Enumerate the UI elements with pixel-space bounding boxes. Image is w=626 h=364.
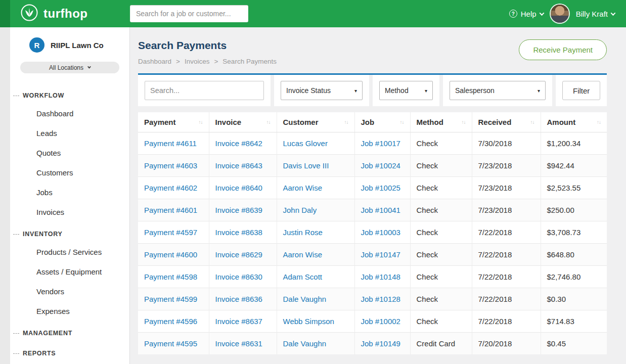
job-link[interactable]: Job #10002	[354, 310, 410, 333]
invoice-link[interactable]: Invoice #8636	[209, 288, 277, 310]
col-received[interactable]: Received↑↓	[472, 112, 541, 132]
invoice-link[interactable]: Invoice #8631	[209, 333, 277, 355]
job-link[interactable]: Job #10025	[354, 177, 410, 199]
invoice-link[interactable]: Invoice #8637	[209, 310, 277, 333]
customer-link[interactable]: Aaron Wise	[277, 177, 354, 199]
method-value: Method	[385, 86, 409, 95]
sidebar-item-products-services[interactable]: Products / Services	[10, 242, 129, 262]
payment-link[interactable]: Payment #4600	[138, 244, 209, 266]
sidebar-item-jobs[interactable]: Jobs	[10, 183, 129, 202]
customer-link[interactable]: Adam Scott	[277, 266, 354, 288]
received-cell: 7/23/2018	[472, 155, 541, 177]
payment-link[interactable]: Payment #4611	[138, 132, 209, 155]
global-search	[130, 5, 248, 22]
salesperson-value: Salesperson	[455, 86, 495, 95]
dash-icon	[13, 234, 19, 235]
payment-link[interactable]: Payment #4603	[138, 155, 209, 177]
job-link[interactable]: Job #10024	[354, 155, 410, 177]
payment-link[interactable]: Payment #4598	[138, 266, 209, 288]
col-invoice[interactable]: Invoice↑↓	[209, 112, 277, 132]
sidebar-item-customers[interactable]: Customers	[10, 163, 129, 183]
receive-payment-button[interactable]: Receive Payment	[519, 39, 607, 60]
sidebar-item-dashboard[interactable]: Dashboard	[10, 104, 129, 123]
method-select[interactable]: Method ▾	[379, 81, 433, 100]
customer-link[interactable]: John Daly	[277, 199, 354, 221]
job-link[interactable]: Job #10148	[354, 266, 410, 288]
section-label: REPORTS	[23, 350, 56, 357]
sidebar-item-assets-equipment[interactable]: Assets / Equipment	[10, 262, 129, 282]
sidebar-item-expenses[interactable]: Expenses	[10, 301, 129, 321]
amount-cell: $3,708.73	[541, 221, 607, 244]
customer-link[interactable]: Webb Simpson	[277, 310, 354, 333]
customer-link[interactable]: Dale Vaughn	[277, 333, 354, 355]
table-row: Payment #4602 Invoice #8640 Aaron Wise J…	[138, 177, 607, 199]
col-amount[interactable]: Amount↑↓	[541, 112, 607, 132]
invoice-link[interactable]: Invoice #8630	[209, 266, 277, 288]
sidebar-item-vendors[interactable]: Vendors	[10, 282, 129, 301]
user-avatar[interactable]	[551, 5, 569, 23]
col-job[interactable]: Job↑↓	[354, 112, 410, 132]
locations-selector[interactable]: All Locations	[20, 62, 119, 73]
invoice-link[interactable]: Invoice #8640	[209, 177, 277, 199]
table-header-row: Payment↑↓ Invoice↑↓ Customer↑↓ Job↑↓ Met…	[138, 112, 607, 132]
table-row: Payment #4600 Invoice #8629 Aaron Wise J…	[138, 244, 607, 266]
dash-icon	[13, 333, 19, 334]
job-link[interactable]: Job #10128	[354, 288, 410, 310]
filter-button[interactable]: Filter	[562, 81, 600, 100]
brand[interactable]: turfhop	[10, 4, 130, 24]
payment-link[interactable]: Payment #4602	[138, 177, 209, 199]
col-method[interactable]: Method↑↓	[410, 112, 472, 132]
payment-link[interactable]: Payment #4599	[138, 288, 209, 310]
amount-cell: $0.30	[541, 288, 607, 310]
job-link[interactable]: Job #10017	[354, 132, 410, 155]
breadcrumb-invoices[interactable]: Invoices	[185, 58, 210, 65]
brand-name: turfhop	[43, 7, 87, 21]
salesperson-select[interactable]: Salesperson ▾	[450, 81, 546, 100]
user-menu[interactable]: Billy Kraft	[576, 10, 615, 18]
dropdown-arrow-icon: ▾	[354, 88, 357, 94]
invoice-status-select[interactable]: Invoice Status ▾	[281, 81, 363, 100]
job-link[interactable]: Job #10041	[354, 199, 410, 221]
col-customer[interactable]: Customer↑↓	[277, 112, 354, 132]
payment-link[interactable]: Payment #4596	[138, 310, 209, 333]
payments-search-input[interactable]	[145, 81, 264, 100]
sort-icon: ↑↓	[400, 119, 404, 125]
job-link[interactable]: Job #10147	[354, 244, 410, 266]
sidebar-item-invoices[interactable]: Invoices	[10, 202, 129, 222]
col-payment[interactable]: Payment↑↓	[138, 112, 209, 132]
job-link[interactable]: Job #10003	[354, 221, 410, 244]
customer-link[interactable]: Lucas Glover	[277, 132, 354, 155]
customer-link[interactable]: Justin Rose	[277, 221, 354, 244]
invoice-link[interactable]: Invoice #8629	[209, 244, 277, 266]
payments-card: Invoice Status ▾ Method ▾ Salesperson ▾	[138, 73, 607, 354]
payments-table: Payment↑↓ Invoice↑↓ Customer↑↓ Job↑↓ Met…	[138, 112, 607, 354]
company-header[interactable]: R RIIPL Lawn Co	[10, 35, 129, 55]
breadcrumb-dashboard[interactable]: Dashboard	[138, 58, 171, 65]
amount-cell: $0.45	[541, 333, 607, 355]
breadcrumb-separator: >	[176, 58, 180, 65]
payment-link[interactable]: Payment #4601	[138, 199, 209, 221]
customer-link[interactable]: Aaron Wise	[277, 244, 354, 266]
customer-link[interactable]: Dale Vaughn	[277, 288, 354, 310]
invoice-link[interactable]: Invoice #8639	[209, 199, 277, 221]
invoice-link[interactable]: Invoice #8643	[209, 155, 277, 177]
filter-row: Invoice Status ▾ Method ▾ Salesperson ▾	[138, 75, 607, 106]
payment-link[interactable]: Payment #4595	[138, 333, 209, 355]
sidebar-item-quotes[interactable]: Quotes	[10, 143, 129, 163]
payment-link[interactable]: Payment #4597	[138, 221, 209, 244]
chevron-down-icon	[539, 11, 544, 16]
company-name: RIIPL Lawn Co	[51, 41, 104, 50]
section-label: WORKFLOW	[23, 92, 64, 99]
sidebar-item-leads[interactable]: Leads	[10, 123, 129, 143]
customer-link[interactable]: Davis Love III	[277, 155, 354, 177]
received-cell: 7/22/2018	[472, 310, 541, 333]
invoice-link[interactable]: Invoice #8642	[209, 132, 277, 155]
global-search-input[interactable]	[130, 5, 248, 22]
sort-icon: ↑↓	[597, 119, 601, 125]
amount-cell: $2,746.80	[541, 266, 607, 288]
job-link[interactable]: Job #10149	[354, 333, 410, 355]
invoice-link[interactable]: Invoice #8638	[209, 221, 277, 244]
help-menu[interactable]: ? Help	[509, 10, 544, 18]
table-row: Payment #4598 Invoice #8630 Adam Scott J…	[138, 266, 607, 288]
table-row: Payment #4597 Invoice #8638 Justin Rose …	[138, 221, 607, 244]
